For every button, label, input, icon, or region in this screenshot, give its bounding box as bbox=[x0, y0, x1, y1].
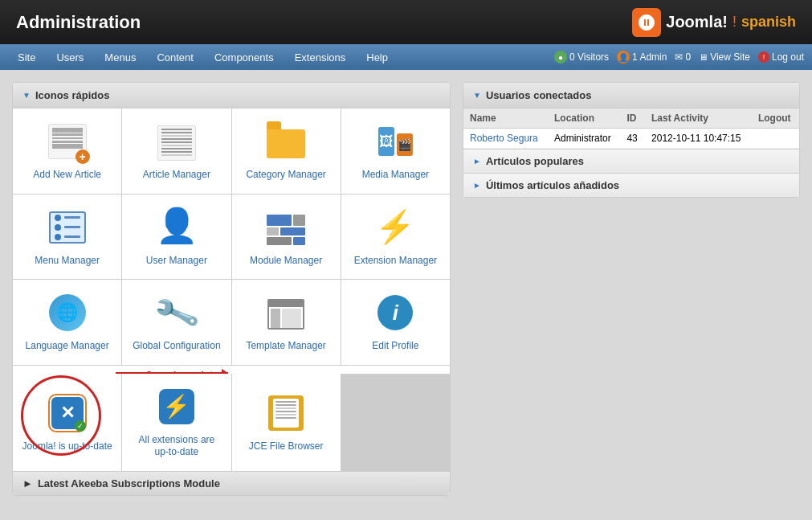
icon-extension-manager[interactable]: ⚡ Extension Manager bbox=[341, 194, 450, 280]
user-id: 43 bbox=[620, 129, 645, 149]
media-manager-icon: 🖼 🎬 bbox=[374, 121, 416, 162]
message-icon: ✉ bbox=[675, 51, 683, 63]
icon-language-manager[interactable]: 🌐 Language Manager bbox=[13, 280, 121, 365]
col-id: ID bbox=[620, 109, 645, 129]
visitors-indicator: ● 0 Visitors bbox=[554, 51, 609, 63]
media-manager-label: Media Manager bbox=[362, 169, 429, 182]
edit-profile-icon: i bbox=[374, 292, 416, 334]
akeeba-triangle-icon: ► bbox=[22, 477, 33, 489]
nav-item-content[interactable]: Content bbox=[147, 47, 203, 68]
template-manager-label: Template Manager bbox=[246, 340, 325, 353]
logout-button[interactable]: ! Log out bbox=[758, 51, 804, 63]
icon-edit-profile[interactable]: i Edit Profile bbox=[341, 280, 450, 365]
icon-menu-manager[interactable]: Menu Manager bbox=[13, 194, 121, 280]
connected-users-header: ▼ Usuarios conectados bbox=[463, 83, 799, 109]
view-site-icon: 🖥 bbox=[699, 52, 708, 62]
module-manager-label: Module Manager bbox=[250, 255, 322, 268]
nav-item-components[interactable]: Components bbox=[205, 47, 284, 68]
nav-item-extensions[interactable]: Extensions bbox=[285, 47, 356, 68]
extensions-uptodate-icon: ⚡ bbox=[156, 386, 198, 428]
quick-icons-header: ▼ Iconos rápidos bbox=[13, 83, 450, 109]
user-manager-icon: 👤 bbox=[156, 207, 198, 248]
icon-joomla-uptodate[interactable]: ✕ ✓ Joomla! is up-to-date bbox=[13, 374, 121, 471]
icon-article-manager[interactable]: Article Manager bbox=[122, 109, 231, 194]
user-logout[interactable] bbox=[752, 129, 799, 149]
edit-profile-label: Edit Profile bbox=[372, 340, 418, 353]
popular-articles-header[interactable]: ► Artículos populares bbox=[463, 149, 799, 173]
view-site-button[interactable]: 🖥 View Site bbox=[699, 51, 750, 63]
header-logo: Joomla! ! spanish bbox=[632, 8, 796, 37]
extensions-uptodate-label: All extensions are up-to-date bbox=[130, 434, 222, 459]
language-manager-icon: 🌐 bbox=[47, 292, 88, 334]
akeeba-label: Latest Akeeba Subscriptions Module bbox=[38, 477, 220, 489]
joomla-spanish-text: spanish bbox=[741, 14, 796, 31]
main-content: ▼ Iconos rápidos bbox=[0, 70, 812, 508]
joomla-logo-text: Joomla! bbox=[666, 13, 728, 31]
icon-jce-file-browser[interactable]: JCE File Browser bbox=[232, 374, 341, 471]
icon-extensions-uptodate[interactable]: ⚡ All extensions are up-to-date bbox=[122, 374, 231, 471]
latest-articles-section[interactable]: ► Últimos artículos añadidos bbox=[463, 173, 799, 197]
extension-manager-label: Extension Manager bbox=[354, 255, 437, 268]
icon-category-manager[interactable]: Category Manager bbox=[232, 109, 341, 194]
table-row: Roberto Segura Administrator 43 2012-10-… bbox=[463, 129, 799, 149]
col-name: Name bbox=[463, 109, 548, 129]
icon-grid-bottom: ✕ ✓ Joomla! is up-to-date ⚡ All extensio… bbox=[13, 374, 450, 471]
connected-users-table: Name Location ID Last Activity Logout Ro… bbox=[463, 109, 799, 149]
icon-user-manager[interactable]: 👤 User Manager bbox=[122, 194, 231, 280]
check-badge: ✓ bbox=[75, 420, 86, 432]
col-location: Location bbox=[548, 109, 620, 129]
joomla-exclaim: ! bbox=[732, 14, 737, 31]
article-manager-icon bbox=[156, 121, 198, 162]
icon-global-configuration[interactable]: 🔧 Global Configuration bbox=[122, 280, 231, 365]
nav-right: ● 0 Visitors 👤 1 Admin ✉ 0 🖥 View Site !… bbox=[554, 51, 804, 63]
popular-triangle-icon: ► bbox=[473, 157, 481, 166]
user-location: Administrator bbox=[548, 129, 620, 149]
article-manager-label: Article Manager bbox=[143, 169, 210, 182]
col-logout: Logout bbox=[752, 109, 799, 129]
nav-item-help[interactable]: Help bbox=[357, 47, 398, 68]
module-manager-icon bbox=[265, 207, 307, 248]
menu-manager-icon bbox=[47, 207, 88, 248]
jce-file-browser-label: JCE File Browser bbox=[249, 440, 324, 453]
page-title: Administration bbox=[16, 12, 141, 33]
category-manager-label: Category Manager bbox=[246, 169, 325, 182]
icon-media-manager[interactable]: 🖼 🎬 Media Manager bbox=[341, 109, 450, 194]
nav-menu: Site Users Menus Content Components Exte… bbox=[8, 47, 398, 68]
admin-indicator: 👤 1 Admin bbox=[617, 51, 667, 63]
joomla-x-icon bbox=[632, 8, 661, 37]
nav-item-site[interactable]: Site bbox=[8, 47, 45, 68]
quick-icons-panel: ▼ Iconos rápidos bbox=[12, 82, 451, 496]
admin-icon: 👤 bbox=[617, 51, 630, 63]
user-name-link[interactable]: Roberto Segura bbox=[470, 133, 538, 144]
add-article-icon: + bbox=[47, 121, 88, 162]
nav-item-menus[interactable]: Menus bbox=[95, 47, 145, 68]
collapse-triangle-icon: ▼ bbox=[22, 91, 31, 100]
akeeba-section[interactable]: ► Latest Akeeba Subscriptions Module bbox=[13, 471, 450, 495]
joomla-uptodate-icon: ✕ ✓ bbox=[47, 392, 88, 434]
latest-articles-header[interactable]: ► Últimos artículos añadidos bbox=[463, 174, 799, 197]
annotation-spacer: Joomla updater bbox=[13, 366, 450, 374]
extension-manager-icon: ⚡ bbox=[374, 207, 416, 248]
right-panel: ▼ Usuarios conectados Name Location ID L… bbox=[463, 82, 800, 198]
icon-template-manager[interactable]: Template Manager bbox=[232, 280, 341, 365]
col-last-activity: Last Activity bbox=[645, 109, 752, 129]
bottom-icons-container: ✕ ✓ Joomla! is up-to-date ⚡ All extensio… bbox=[13, 374, 450, 471]
navbar: Site Users Menus Content Components Exte… bbox=[0, 44, 812, 70]
add-article-label: Add New Article bbox=[33, 169, 101, 182]
icon-add-new-article[interactable]: + Add New Article bbox=[13, 109, 121, 194]
latest-triangle-icon: ► bbox=[473, 181, 481, 190]
collapse-triangle-icon: ▼ bbox=[473, 91, 481, 100]
template-manager-icon bbox=[265, 292, 307, 334]
category-manager-icon bbox=[265, 121, 307, 162]
visitors-icon: ● bbox=[554, 51, 567, 63]
nav-item-users[interactable]: Users bbox=[47, 47, 93, 68]
add-circle-icon: + bbox=[75, 149, 90, 164]
popular-articles-section[interactable]: ► Artículos populares bbox=[463, 149, 799, 173]
user-manager-label: User Manager bbox=[146, 255, 207, 268]
global-config-icon: 🔧 bbox=[156, 292, 198, 334]
icon-module-manager[interactable]: Module Manager bbox=[232, 194, 341, 280]
user-last-activity: 2012-10-11 10:47:15 bbox=[645, 129, 752, 149]
messages-indicator: ✉ 0 bbox=[675, 51, 691, 63]
header: Administration Joomla! ! spanish bbox=[0, 0, 812, 44]
jce-file-browser-icon bbox=[265, 392, 307, 434]
